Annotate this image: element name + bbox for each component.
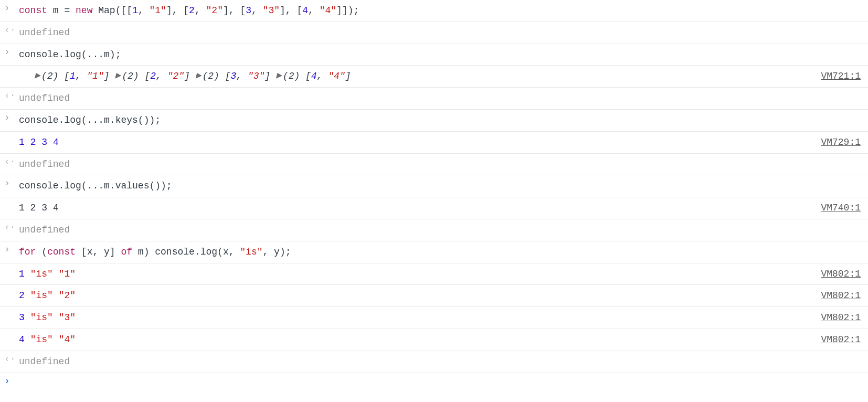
devtools-console: ›const m = new Map([[1, "1"], [2, "2"], … [0,0,868,391]
code-token: const [19,5,47,16]
code-token: "1" [149,5,166,16]
log-string: "3" [248,71,264,81]
source-link[interactable]: VM802:1 [821,332,864,347]
return-marker-icon: ‹· [3,25,19,35]
chevron-right-icon: › [4,3,10,13]
console-return: undefined [19,91,864,106]
console-log-output: 1 2 3 4 [19,135,821,150]
expand-triangle-icon[interactable]: ▶ [276,69,282,83]
return-marker-icon: ‹· [3,354,19,364]
input-marker-icon: › [3,3,19,13]
code-token: const [47,247,76,257]
code-token: "4" [320,5,336,16]
code-token: ], [ [223,5,246,16]
undefined-value: undefined [19,27,70,38]
console-input: console.log(...m.values()); [19,178,864,194]
code-token: console.log(...m.values()); [19,181,172,191]
console-row: ›console.log(...m.values()); [0,175,868,197]
console-log-output: ▶(2) [1, "1"] ▶(2) [2, "2"] ▶(2) [3, "3"… [19,69,821,84]
code-token: "2" [206,5,223,16]
console-row: ▶(2) [1, "1"] ▶(2) [2, "2"] ▶(2) [3, "3"… [0,66,868,88]
source-link[interactable]: VM729:1 [821,135,864,150]
log-number: 1 [19,269,25,279]
prompt-marker-icon: › [3,376,19,386]
log-string: "1" [59,269,76,279]
code-token: , [308,5,320,16]
console-log-output: 4 "is" "4" [19,332,821,347]
log-number: 4 [19,334,25,345]
return-marker-icon: ‹· [3,157,19,166]
code-token: Map([[ [92,5,132,16]
input-marker-icon: › [3,47,19,57]
array-length: (2) [203,71,225,81]
return-arrow-icon: ‹· [4,91,16,100]
expand-triangle-icon[interactable]: ▶ [35,69,40,83]
log-number: 1 [70,71,76,81]
code-token: , y); [263,247,291,257]
expand-triangle-icon[interactable]: ▶ [115,69,121,83]
console-input: console.log(...m); [19,47,864,62]
log-string: "is" [30,334,53,345]
source-link[interactable]: VM802:1 [821,267,864,282]
code-token: , [138,5,150,16]
log-string: "3" [59,312,76,323]
code-token: ( [36,247,47,257]
chevron-right-icon: › [4,178,10,188]
input-marker-icon: › [3,113,19,122]
log-string: "4" [59,334,76,345]
code-token: for [19,247,36,257]
code-token: "3" [263,5,280,16]
code-token: m = [47,5,76,16]
log-number: 2 [150,71,156,81]
source-link[interactable]: VM721:1 [821,69,864,84]
return-arrow-icon: ‹· [4,223,16,232]
chevron-right-icon: › [4,376,10,386]
console-row: 1 2 3 4VM729:1 [0,132,868,154]
log-number: 3 [41,137,47,147]
console-return: undefined [19,354,864,369]
expand-triangle-icon[interactable]: ▶ [196,69,202,83]
source-link[interactable]: VM802:1 [821,288,864,303]
log-string: "2" [167,71,184,81]
array-length: (2) [283,71,305,81]
console-input: const m = new Map([[1, "1"], [2, "2"], [… [19,3,864,18]
log-number: 3 [231,71,237,81]
log-string: "4" [328,71,345,81]
code-token: 1 [132,5,138,16]
code-token: , [195,5,206,16]
source-link[interactable]: VM802:1 [821,310,864,325]
code-token: m) console.log(x, [132,247,240,257]
log-string: "is" [30,312,53,323]
array-length: (2) [41,71,64,81]
console-input: for (const [x, y] of m) console.log(x, "… [19,245,864,260]
console-row: ‹·undefined [0,219,868,241]
console-row: ‹·undefined [0,88,868,110]
undefined-value: undefined [19,159,70,170]
chevron-right-icon: › [4,113,10,122]
log-text: 1 2 3 4 [19,203,59,213]
return-arrow-icon: ‹· [4,354,16,364]
return-marker-icon: ‹· [3,223,19,232]
console-log-output: 3 "is" "3" [19,310,821,325]
return-marker-icon: ‹· [3,91,19,100]
console-log-output: 1 "is" "1" [19,267,821,282]
log-string: "is" [30,290,53,301]
code-token: 3 [246,5,251,16]
code-token: "is" [240,247,262,257]
console-row: 1 2 3 4VM740:1 [0,197,868,219]
input-marker-icon: › [3,178,19,188]
console-row: ‹·undefined [0,154,868,176]
undefined-value: undefined [19,356,70,367]
chevron-right-icon: › [4,47,10,57]
source-link[interactable]: VM740:1 [821,200,864,216]
code-token: 4 [302,5,308,16]
console-row: ›for (const [x, y] of m) console.log(x, … [0,241,868,263]
undefined-value: undefined [19,93,70,103]
array-length: (2) [122,71,144,81]
log-number: 1 [19,137,25,147]
return-arrow-icon: ‹· [4,157,16,166]
code-token: , [251,5,263,16]
return-arrow-icon: ‹· [4,25,16,35]
log-string: "1" [87,71,103,81]
log-number: 4 [311,71,317,81]
